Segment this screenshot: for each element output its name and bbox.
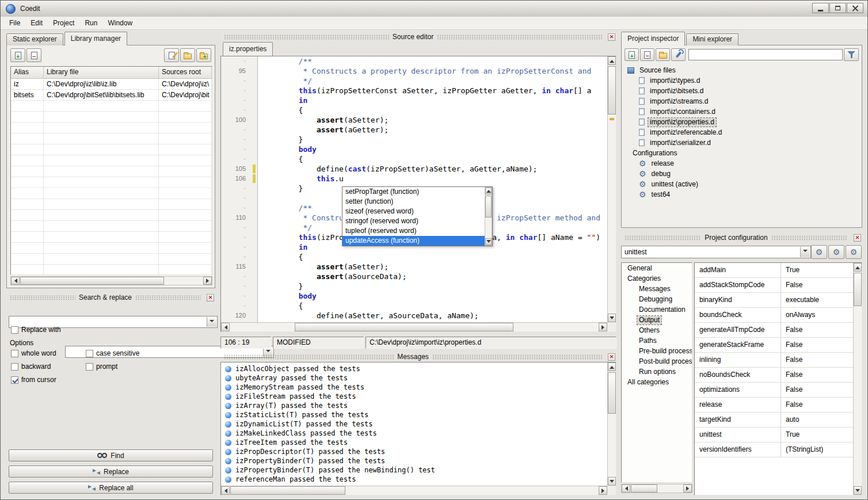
checkbox-whole-word[interactable]: whole word [11,349,86,357]
tree-item-import-iz-properties-d[interactable]: import\iz\properties.d [624,117,859,127]
tab-mini-explorer[interactable]: Mini explorer [686,33,738,45]
property-row-optimizations[interactable]: optimizationsFalse [695,383,853,398]
property-row-addmain[interactable]: addMainTrue [695,263,853,278]
menu-item-edit[interactable]: Edit [25,17,48,29]
messages-hscrollbar[interactable] [221,486,607,495]
remove-source-button[interactable]: − [640,48,654,61]
edit-configurations-button[interactable]: ⚙ [811,245,827,259]
category-general[interactable]: General [622,263,692,273]
editor-hscrollbar[interactable] [221,322,607,331]
scroll-up-button[interactable] [608,362,616,371]
scroll-right-button[interactable] [203,277,212,285]
message-item[interactable]: izMakeLinkedClass passed the tests [222,429,607,438]
category-pre-build-process[interactable]: Pre-build process [622,346,692,356]
property-row-noboundscheck[interactable]: noBoundsCheckFalse [695,368,853,383]
completion-item-tupleof-reserved-word[interactable]: tupleof (reserved word) [342,226,485,236]
tree-item-test64[interactable]: ⚙test64 [624,189,859,200]
tree-item-configurations[interactable]: Configurations [624,148,859,158]
scroll-down-button[interactable] [854,486,862,495]
completion-item-setproptarget-function[interactable]: setPropTarget (function) [342,187,485,197]
menu-item-project[interactable]: Project [48,17,79,29]
configuration-combo[interactable]: unittest [621,246,811,258]
category-others[interactable]: Others [622,325,692,335]
maximize-button[interactable] [829,3,846,13]
tools-button[interactable] [671,48,686,61]
tab-project-inspector[interactable]: Project inspector [621,32,685,45]
completion-item-updateaccess-function[interactable]: updateAccess (function) [342,236,485,246]
property-row-release[interactable]: releaseFalse [695,398,853,413]
completion-scrollbar[interactable] [485,187,492,246]
tree-item-import-iz-referencable-d[interactable]: import\iz\referencable.d [624,127,859,138]
category-categories[interactable]: Categories [622,273,692,284]
column-header-sources-root[interactable]: Sources root [159,67,212,78]
category-paths[interactable]: Paths [622,335,692,346]
property-row-unittest[interactable]: unittestTrue [695,428,853,442]
scrollbar-thumb[interactable] [854,273,862,306]
completion-item-sizeof-reserved-word[interactable]: sizeof (reserved word) [342,207,485,216]
category-run-options[interactable]: Run options [622,367,692,377]
property-row-binarykind[interactable]: binaryKindexecutable [695,293,853,308]
scrollbar-thumb[interactable] [631,484,657,493]
open-library-file-button[interactable] [180,48,195,62]
menu-item-file[interactable]: File [4,17,25,29]
message-item[interactable]: izAllocObject passed the tests [222,364,607,373]
checkbox-from-cursor[interactable]: from cursor [11,376,86,384]
replace-button[interactable]: Replace [9,465,213,478]
tree-item-import-iz-containers-d[interactable]: import\iz\containers.d [624,106,859,117]
title-bar[interactable]: Coedit [1,1,867,17]
message-item[interactable]: izFileStream passed the tests [222,392,607,401]
message-item[interactable]: referenceMan passed the tests [222,475,607,484]
message-item[interactable]: izPropertyBinder(T) passed the newBindin… [222,465,607,475]
grid-vscrollbar[interactable] [853,263,862,495]
scrollbar-thumb[interactable] [20,277,164,285]
message-item[interactable]: izArray(T) passed the tests [222,401,607,410]
checkbox-case-sensitive[interactable]: case sensitive [86,349,212,357]
inspector-filter-input[interactable] [688,49,843,60]
checkbox-backward[interactable]: backward [11,362,86,371]
scroll-right-button[interactable] [599,486,607,495]
tab-library-manager[interactable]: Library manager [64,32,127,45]
tree-item-debug[interactable]: ⚙debug [624,169,859,179]
close-button[interactable] [847,3,863,13]
remove-configuration-button[interactable]: ⚙ [846,245,862,259]
message-item[interactable]: izDynamicList(T) passed the tests [222,419,607,429]
message-item[interactable]: ubyteArray passed the tests [222,373,607,383]
category-all-categories[interactable]: All categories [622,377,692,387]
completion-item-stringof-reserved-word[interactable]: stringof (reserved word) [342,216,485,226]
scrollbar-thumb[interactable] [485,196,492,217]
scroll-up-button[interactable] [608,56,616,65]
open-source-button[interactable] [656,48,670,61]
close-panel-button[interactable]: ✕ [608,33,615,41]
scroll-left-button[interactable] [11,277,20,285]
table-row[interactable]: izC:\Dev\dproj\iz\lib\iz.libC:\Dev\dproj… [11,79,212,90]
property-row-addstackstompcode[interactable]: addStackStompCodeFalse [695,278,853,293]
tree-item-import-iz-types-d[interactable]: import\iz\types.d [624,75,859,86]
tree-item-import-iz-streams-d[interactable]: import\iz\streams.d [624,96,859,106]
property-row-targetkind[interactable]: targetKindauto [695,413,853,428]
scroll-up-button[interactable] [854,263,862,272]
category-post-build-process[interactable]: Post-build process [622,356,692,367]
property-row-versionidentifiers[interactable]: versionIdentifiers(TStringList) [695,442,853,457]
filter-button[interactable] [844,48,859,61]
property-row-boundscheck[interactable]: boundsCheckonAlways [695,308,853,323]
minimize-button[interactable] [812,3,829,13]
add-configuration-button[interactable]: ⚙ [828,245,844,259]
replace-with-checkbox[interactable]: Replace with [11,326,61,334]
menu-item-window[interactable]: Window [102,17,138,29]
tree-item-release[interactable]: ⚙release [624,158,859,169]
scrollbar-thumb[interactable] [608,372,616,414]
checkbox-prompt[interactable]: prompt [86,362,212,371]
editor-vscrollbar[interactable] [607,56,616,322]
close-panel-button[interactable]: ✕ [207,294,214,301]
library-table-hscrollbar[interactable] [10,276,212,285]
categories-hscrollbar[interactable] [621,484,692,493]
table-row[interactable]: bitsetsC:\Dev\dproj\bitSet\lib\bitsets.l… [11,90,212,101]
combo-dropdown-button[interactable] [207,317,216,327]
menu-item-run[interactable]: Run [79,17,102,29]
remove-library-button[interactable]: − [26,48,41,62]
add-source-button[interactable]: + [625,48,639,61]
column-header-library-file[interactable]: Library file [44,67,159,78]
add-library-folder-button[interactable]: + [196,48,211,62]
close-panel-button[interactable]: ✕ [854,234,861,242]
scroll-left-button[interactable] [622,484,630,493]
